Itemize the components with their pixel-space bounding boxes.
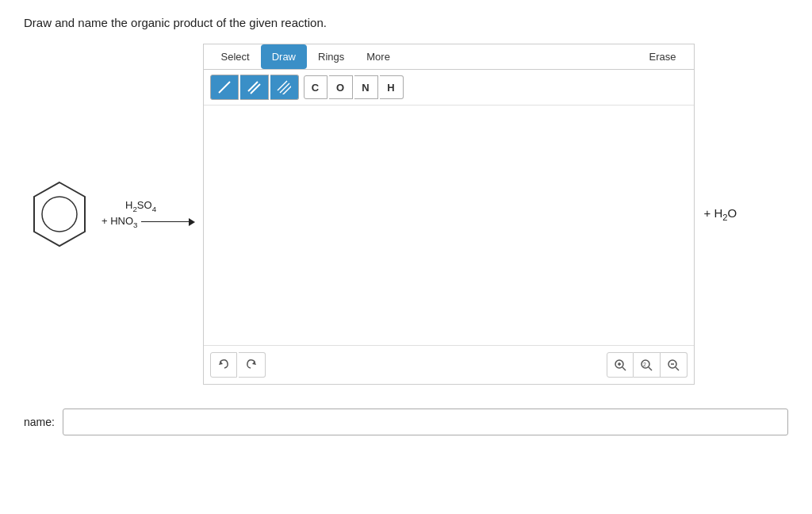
undo-icon	[216, 358, 231, 372]
triple-bond-icon	[277, 80, 291, 94]
zoom-in-button[interactable]	[607, 352, 634, 378]
zoom-out-icon	[666, 358, 680, 372]
main-layout: H2SO4 + HNO3 Select Draw Rings More Eras…	[24, 44, 788, 385]
double-bond-icon	[247, 80, 261, 94]
name-row: name:	[24, 409, 788, 435]
single-bond-button[interactable]	[210, 75, 239, 100]
toolbar-bottom: 2	[204, 345, 694, 384]
toolbar-top: Select Draw Rings More Erase	[204, 44, 694, 70]
name-input[interactable]	[63, 409, 788, 435]
svg-text:2: 2	[643, 362, 646, 367]
svg-line-6	[280, 83, 289, 93]
benzene-structure	[24, 178, 95, 250]
zoom-reset-icon: 2	[639, 358, 653, 372]
benzene-svg	[28, 178, 91, 250]
select-button[interactable]: Select	[210, 44, 261, 69]
draw-panel: Select Draw Rings More Erase	[203, 44, 695, 385]
name-label: name:	[24, 416, 55, 428]
drawing-canvas[interactable]	[204, 105, 694, 345]
double-bond-button[interactable]	[240, 75, 269, 100]
reagent-below: + HNO3	[102, 215, 138, 229]
redo-icon	[244, 358, 259, 372]
svg-line-11	[622, 367, 626, 370]
hydrogen-button[interactable]: H	[380, 75, 404, 99]
nitrogen-button[interactable]: N	[354, 75, 378, 99]
instruction-text: Draw and name the organic product of the…	[24, 16, 788, 29]
more-button[interactable]: More	[355, 44, 401, 69]
toolbar-second: C O N H	[204, 70, 694, 105]
svg-line-18	[676, 367, 679, 370]
svg-line-15	[649, 367, 652, 370]
redo-button[interactable]	[239, 352, 266, 378]
erase-button[interactable]: Erase	[638, 44, 688, 69]
rings-button[interactable]: Rings	[307, 44, 355, 69]
undo-button[interactable]	[210, 352, 237, 378]
svg-point-1	[42, 197, 77, 232]
zoom-in-icon	[613, 358, 627, 372]
svg-line-5	[278, 81, 287, 90]
draw-button[interactable]: Draw	[261, 44, 307, 69]
single-bond-icon	[217, 80, 232, 94]
history-controls	[210, 352, 266, 378]
svg-line-4	[251, 84, 260, 94]
zoom-controls: 2	[607, 352, 688, 378]
svg-line-3	[248, 82, 258, 91]
zoom-out-button[interactable]	[661, 352, 688, 378]
svg-marker-9	[252, 361, 256, 365]
svg-marker-8	[219, 361, 223, 365]
zoom-reset-button[interactable]: 2	[634, 352, 661, 378]
product-label: + H2O	[704, 206, 737, 222]
svg-line-7	[282, 86, 291, 94]
svg-line-2	[219, 82, 230, 93]
reaction-area: H2SO4 + HNO3	[24, 178, 195, 250]
carbon-button[interactable]: C	[304, 75, 327, 99]
reaction-arrow	[141, 218, 195, 226]
oxygen-button[interactable]: O	[329, 75, 353, 99]
reagent-above: H2SO4	[125, 199, 156, 213]
triple-bond-button[interactable]	[270, 75, 299, 100]
